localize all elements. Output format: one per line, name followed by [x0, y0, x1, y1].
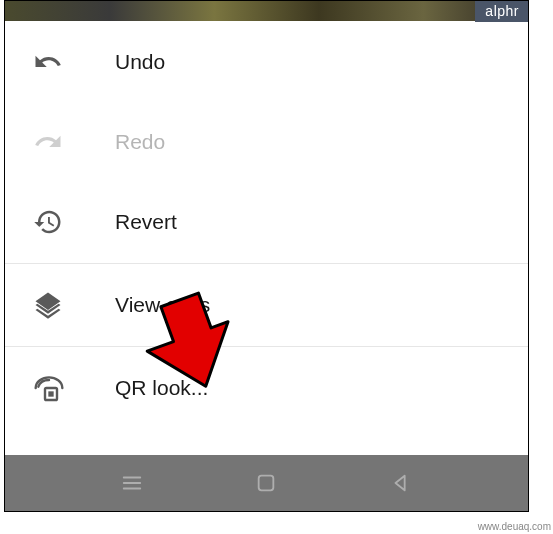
nav-back-button[interactable] — [381, 463, 421, 503]
menu-item-view-edits[interactable]: View edits — [5, 264, 528, 346]
menu-label: Undo — [115, 50, 165, 74]
menu-label: View edits — [115, 293, 210, 317]
redo-icon — [33, 127, 115, 157]
undo-icon — [33, 47, 115, 77]
app-frame: alphr Undo Redo Revert — [4, 0, 529, 512]
menu-label: QR look... — [115, 376, 208, 400]
svg-rect-1 — [48, 391, 53, 396]
revert-icon — [33, 207, 115, 237]
nav-recent-button[interactable] — [112, 463, 152, 503]
layers-icon — [33, 290, 115, 320]
alphr-badge: alphr — [475, 0, 529, 22]
context-menu: Undo Redo Revert View edits — [5, 21, 528, 429]
menu-label: Revert — [115, 210, 177, 234]
image-strip: alphr — [5, 1, 528, 21]
menu-item-revert[interactable]: Revert — [5, 181, 528, 263]
android-nav-bar — [5, 455, 528, 511]
menu-item-redo[interactable]: Redo — [5, 103, 528, 181]
menu-item-undo[interactable]: Undo — [5, 21, 528, 103]
menu-label: Redo — [115, 130, 165, 154]
watermark: www.deuaq.com — [478, 521, 551, 532]
menu-item-qr-look[interactable]: QR look... — [5, 347, 528, 429]
nav-home-button[interactable] — [246, 463, 286, 503]
qr-look-icon — [33, 372, 115, 404]
svg-rect-2 — [259, 476, 274, 491]
